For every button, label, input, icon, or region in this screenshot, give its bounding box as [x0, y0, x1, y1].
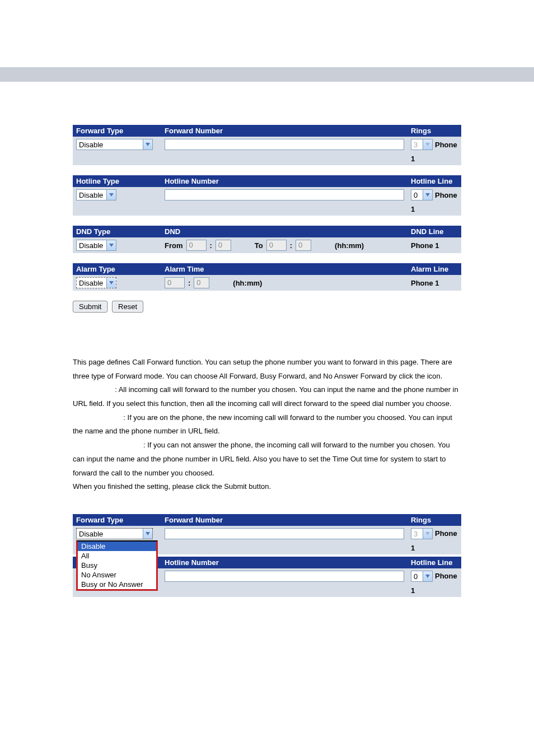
- doc-intro: This page defines Call Forward function.…: [73, 356, 461, 383]
- chevron-down-icon: [106, 190, 116, 200]
- na-forward-label: No Answer Forward: [73, 441, 141, 449]
- cell-alarm-type: Disable: [73, 275, 161, 291]
- cell-hotline-number: [161, 187, 407, 203]
- hdr-alarm-line: Alarm Line: [407, 263, 461, 275]
- hdr-rings: Rings: [407, 125, 461, 137]
- chevron-down-icon: [423, 529, 432, 539]
- hotline-type-select[interactable]: Disable: [76, 189, 116, 200]
- hotline-number-input[interactable]: [165, 189, 404, 200]
- forward-type-option[interactable]: Busy: [78, 561, 156, 570]
- forward-type-option[interactable]: No Answer: [78, 570, 156, 580]
- rings-select[interactable]: 3: [411, 139, 433, 150]
- phone-label: Phone: [435, 572, 457, 580]
- hotline-table: Hotline Type Hotline Number Hotline Line…: [73, 175, 461, 216]
- alarm-line-value: Phone 1: [407, 275, 461, 291]
- hdr-rings: Rings: [407, 514, 461, 526]
- hotline-line-value: 0: [411, 190, 423, 200]
- hhmm-unit: (hh:mm): [335, 241, 364, 250]
- forward-type-value: Disable: [77, 139, 143, 150]
- colon-separator: :: [210, 241, 212, 250]
- chevron-down-icon: [423, 190, 432, 200]
- dnd-type-value: Disable: [77, 240, 106, 250]
- hdr-dnd-line: DND Line: [407, 226, 461, 237]
- all-forward-label: All Forward: [73, 385, 113, 394]
- forward-type-option[interactable]: All: [78, 551, 156, 561]
- hdr-dnd: DND: [161, 226, 407, 237]
- cell-hotline-type: Disable: [73, 187, 161, 203]
- dnd-type-select[interactable]: Disable: [76, 240, 116, 251]
- hhmm-unit: (hh:mm): [233, 279, 262, 287]
- submit-button[interactable]: Submit: [73, 301, 107, 312]
- hdr-alarm-type: Alarm Type: [73, 263, 161, 275]
- dnd-line-value: Phone 1: [407, 237, 461, 253]
- chevron-down-icon: [106, 278, 116, 288]
- hdr-hotline-number: Hotline Number: [161, 557, 407, 568]
- hotline-line-select[interactable]: 0: [411, 189, 433, 200]
- alarm-type-value: Disable: [77, 278, 106, 288]
- alarm-type-select[interactable]: Disable: [76, 277, 116, 288]
- forward-type-select[interactable]: Disable: [76, 139, 153, 150]
- hdr-dnd-type: DND Type: [73, 226, 161, 237]
- rings-select[interactable]: 3: [411, 528, 433, 539]
- alarm-table: Alarm Type Alarm Time Alarm Line Disable…: [73, 263, 461, 291]
- hdr-alarm-time: Alarm Time: [161, 263, 407, 275]
- alarm-minute-input[interactable]: 0: [194, 277, 209, 288]
- cell-forward-number: [161, 526, 407, 542]
- doc-section: This page defines Call Forward function.…: [73, 356, 461, 494]
- page-title: Forward Setting: [73, 104, 461, 116]
- dnd-to-minute-input[interactable]: 0: [296, 240, 311, 251]
- chevron-down-icon: [423, 139, 432, 150]
- hotline-number-input[interactable]: [165, 571, 404, 582]
- to-label: To: [255, 241, 263, 250]
- chevron-down-icon: [423, 571, 432, 581]
- hdr-hotline-number: Hotline Number: [161, 175, 407, 187]
- hdr-forward-number: Forward Number: [161, 125, 407, 137]
- hdr-forward-number: Forward Number: [161, 514, 407, 526]
- from-label: From: [165, 241, 183, 250]
- cell-dnd-time: From 0 : 0 To 0 : 0 (hh:mm): [161, 237, 407, 253]
- forward-type-dropdown-open[interactable]: Disable Disable All Busy No Answer Busy …: [76, 528, 158, 539]
- busy-forward-label: Busy Forward: [73, 413, 121, 422]
- forward-phone-value: 1: [407, 152, 461, 165]
- rings-value: 3: [411, 529, 423, 539]
- colon-separator: :: [290, 241, 292, 250]
- hdr-hotline-type: Hotline Type: [73, 175, 161, 187]
- alarm-hour-input[interactable]: 0: [165, 277, 185, 288]
- chevron-down-icon: [106, 240, 116, 250]
- chevron-down-icon: [143, 529, 152, 539]
- rings-value: 3: [411, 139, 423, 150]
- busy-forward-body: : If you are on the phone, the new incom…: [73, 413, 452, 436]
- forward-type-option[interactable]: Busy or No Answer: [78, 580, 156, 589]
- cell-hotline-number: [161, 568, 407, 584]
- forward-type-option[interactable]: Disable: [78, 542, 156, 551]
- dnd-table: DND Type DND DND Line Disable From: [73, 226, 461, 253]
- cell-forward-type: Disable: [73, 137, 161, 152]
- dnd-to-hour-input[interactable]: 0: [266, 240, 287, 251]
- cell-hotline-line: 0 Phone: [407, 568, 461, 584]
- dnd-from-minute-input[interactable]: 0: [216, 240, 231, 251]
- forward-phone-value: 1: [407, 542, 461, 554]
- hotline-line-select[interactable]: 0: [411, 571, 433, 582]
- hdr-hotline-line: Hotline Line: [407, 175, 461, 187]
- cell-hotline-line: 0 Phone: [407, 187, 461, 203]
- forward-table: Forward Type Forward Number Rings Disabl…: [73, 125, 461, 165]
- top-banner: [0, 67, 534, 82]
- forward-type-option-list: Disable All Busy No Answer Busy or No An…: [76, 540, 158, 591]
- cell-dnd-type: Disable: [73, 237, 161, 253]
- hotline-phone-value: 1: [407, 584, 461, 597]
- hdr-forward-type: Forward Type: [73, 125, 161, 137]
- colon-separator: :: [188, 279, 190, 287]
- cell-alarm-time: 0 : 0 (hh:mm): [161, 275, 407, 291]
- hotline-phone-value: 1: [407, 203, 461, 216]
- hotline-line-value: 0: [411, 571, 423, 581]
- chevron-down-icon: [143, 139, 152, 150]
- forward-number-input[interactable]: [165, 139, 404, 150]
- all-forward-body: : All incoming call will forward to the …: [73, 385, 458, 408]
- forward-number-input[interactable]: [165, 528, 404, 539]
- cell-rings: 3 Phone: [407, 137, 461, 152]
- reset-button[interactable]: Reset: [112, 301, 143, 312]
- forward-table-2: Forward Type Forward Number Rings Disabl…: [73, 514, 461, 554]
- dnd-from-hour-input[interactable]: 0: [186, 240, 207, 251]
- doc-closing: When you finished the setting, please cl…: [73, 480, 461, 494]
- hdr-forward-type: Forward Type: [73, 514, 161, 526]
